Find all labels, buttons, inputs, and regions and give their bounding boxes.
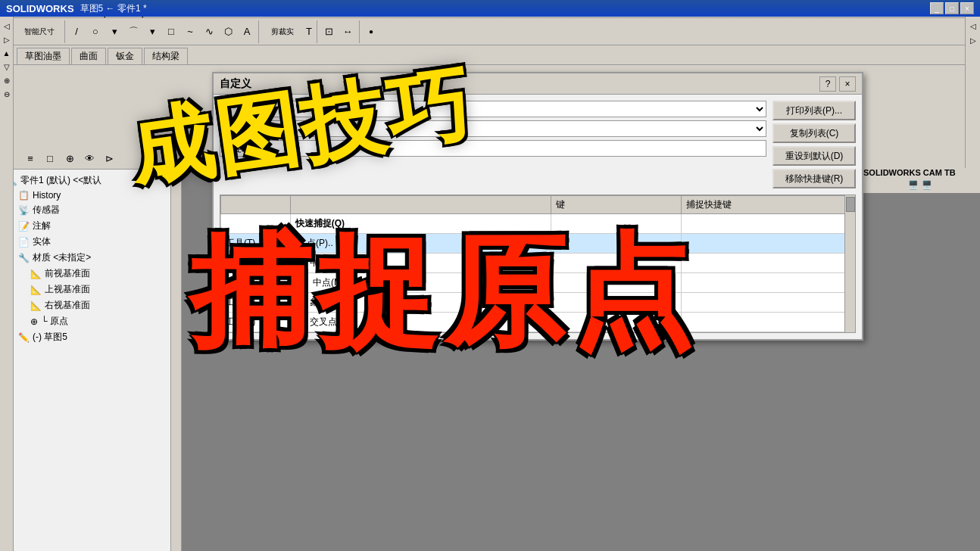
table-row-2[interactable]: 工具(T) 中心点(C).. (221, 254, 855, 273)
tree-history[interactable]: 📋 History (15, 188, 178, 202)
tree-annotation[interactable]: 📝 注解 (15, 218, 178, 234)
tree-root[interactable]: 🔧 零件1 (默认) <<默认 (3, 173, 178, 188)
row4-col2: 象限点(Q).. (290, 293, 551, 313)
tree-material[interactable]: 🔧 材质 <未指定> (15, 250, 178, 266)
left-icon-2[interactable]: ▷ (1, 33, 13, 45)
left-icon-5[interactable]: ⊕ (1, 74, 13, 86)
circle-dropdown[interactable]: ▾ (105, 23, 123, 40)
tree-history-label: History (33, 190, 61, 201)
arc-button[interactable]: ⌒ (124, 23, 142, 40)
tab-structure[interactable]: 结构梁 (144, 48, 188, 64)
tree-sensor[interactable]: 📡 传感器 (15, 202, 178, 218)
row3-text: 中点(M).. (313, 277, 350, 288)
tree-sketch5[interactable]: ✏️ (-) 草图5 (15, 329, 178, 345)
display-button[interactable]: ● (362, 23, 380, 40)
left-icon-1[interactable]: ◁ (1, 20, 13, 32)
table-header-4: 捕捉快捷键 (681, 196, 854, 214)
row5-col2: ✕ 交叉点(I).. (290, 313, 551, 332)
arc-dropdown[interactable]: ▾ (143, 23, 161, 40)
sidebar-eye-icon[interactable]: 👁 (80, 151, 98, 167)
row1-dot-icon (295, 240, 301, 246)
dialog-right-buttons: 打印列表(P)... 复制列表(C) 重设到默认(D) 移除快捷键(R) (772, 101, 856, 188)
row5-text: 交叉点(I).. (310, 316, 351, 327)
table-row-5[interactable]: 工具(T) ✕ 交叉点(I).. (221, 313, 855, 332)
sidebar-toolbar: ▼ ≡ □ ⊕ 👁 ⊳ (0, 148, 181, 170)
table-header-1 (221, 196, 291, 214)
maximize-button[interactable]: □ (945, 2, 959, 14)
right-icon-2[interactable]: ▷ (967, 34, 979, 46)
tree-material-label: 材质 <未指定> (33, 251, 91, 264)
sep7 (317, 20, 317, 43)
dialog-help-button[interactable]: ? (819, 76, 836, 92)
text-button[interactable]: A (238, 23, 256, 40)
tree-front-plane-icon: 📐 (30, 269, 42, 279)
rect-button[interactable]: □ (162, 23, 180, 40)
tree-sensor-icon: 📡 (18, 205, 30, 216)
close-button[interactable]: × (960, 2, 974, 14)
tree-top-plane[interactable]: 📐 上视基准面 (27, 282, 178, 297)
minimize-button[interactable]: _ (930, 2, 944, 14)
tab-sheet-metal[interactable]: 钣金 (108, 48, 142, 64)
line-button[interactable]: / (67, 23, 86, 40)
copy-list-button[interactable]: 复制列表(C) (772, 123, 856, 143)
tree-origin[interactable]: ⊕ └ 原点 (27, 313, 178, 329)
tree-solid[interactable]: 📄 实体 (15, 234, 178, 250)
table-header-3: 键 (551, 196, 681, 214)
spline-button[interactable]: ~ (181, 23, 199, 40)
circle-button[interactable]: ○ (86, 23, 105, 40)
section-col1 (221, 214, 291, 234)
dim2-button[interactable]: ⊡ (320, 23, 338, 40)
sidebar-filter2-icon[interactable]: ⊳ (100, 151, 118, 167)
right-icon-1[interactable]: ◁ (967, 20, 979, 32)
convert-button[interactable]: T (304, 23, 314, 40)
spline2-button[interactable]: ∿ (200, 23, 218, 40)
row3-col3 (551, 273, 681, 293)
table-row-3[interactable]: 工具(T) 中点(M).. (221, 273, 855, 293)
tree-origin-icon: ⊕ (30, 316, 38, 327)
smart-dim-button[interactable]: 智能尺寸 (17, 23, 62, 40)
cam-panel-title: SOLIDWORKS CAM TB (863, 168, 977, 177)
table-row-1[interactable]: 工具(T) 点(P).. P (221, 234, 855, 254)
sidebar-list-icon[interactable]: ≡ (21, 151, 39, 167)
left-icon-6[interactable]: ⊖ (1, 88, 13, 100)
sidebar-scrollbar[interactable] (170, 170, 181, 551)
dialog-close-button[interactable]: × (839, 76, 856, 92)
tree-right-plane-icon: 📐 (30, 300, 42, 311)
tree-annotation-label: 注解 (33, 219, 51, 232)
tab-surface[interactable]: 曲面 (71, 48, 106, 64)
tab-row: 草图油墨 曲面 钣金 结构梁 (14, 45, 965, 65)
table-scrollbar[interactable] (844, 195, 855, 332)
crop-button[interactable]: 剪裁实 (261, 23, 303, 40)
dialog-dropdown-1[interactable] (220, 101, 766, 117)
scrollbar-thumb[interactable] (846, 197, 855, 212)
row2-col1: 工具(T) (221, 254, 291, 273)
tree-top-plane-icon: 📐 (30, 285, 42, 295)
polygon-button[interactable]: ⬡ (219, 23, 237, 40)
tree-annotation-icon: 📝 (18, 221, 30, 232)
left-icon-3[interactable]: ▲ (1, 47, 13, 59)
sidebar-box-icon[interactable]: □ (41, 151, 59, 167)
left-icon-4[interactable]: ▽ (1, 61, 13, 73)
row2-col2: 中心点(C).. (290, 254, 551, 273)
table-row-4[interactable]: 工具(T) 象限点(Q).. (221, 293, 855, 313)
row4-col3 (551, 293, 681, 313)
feature-tree: 🔧 零件1 (默认) <<默认 📋 History 📡 传感器 📝 注解 📄 实… (0, 170, 181, 348)
sep6 (258, 20, 259, 43)
dialog-category: 捕捉 (220, 140, 766, 157)
sep8 (359, 20, 360, 43)
tab-sketch-ink[interactable]: 草图油墨 (17, 48, 70, 64)
tree-front-plane[interactable]: 📐 前视基准面 (27, 266, 178, 282)
reset-default-button[interactable]: 重设到默认(D) (772, 146, 856, 166)
row1-col2: 点(P).. (290, 234, 551, 254)
remove-shortcut-button[interactable]: 移除快捷键(R) (772, 169, 856, 188)
tree-right-plane[interactable]: 📐 右视基准面 (27, 297, 178, 313)
row5-col1: 工具(T) (221, 313, 291, 332)
print-list-button[interactable]: 打印列表(P)... (772, 101, 856, 120)
dialog-top-row: 捕捉 打印列表(P)... 复制列表(C) 重设到默认(D) 移除快捷键(R) (220, 101, 856, 188)
dialog-dropdown-2[interactable] (220, 120, 766, 137)
relation-button[interactable]: ↔ (339, 23, 357, 40)
table-section-row: 快速捕捉(Q) (221, 214, 855, 234)
sidebar-target-icon[interactable]: ⊕ (61, 151, 79, 167)
feature-tree-sidebar: ▼ ≡ □ ⊕ 👁 ⊳ 🔧 零件1 (默认) <<默认 📋 History 📡 … (0, 148, 182, 551)
row5-cross-icon: ✕ (295, 316, 304, 328)
